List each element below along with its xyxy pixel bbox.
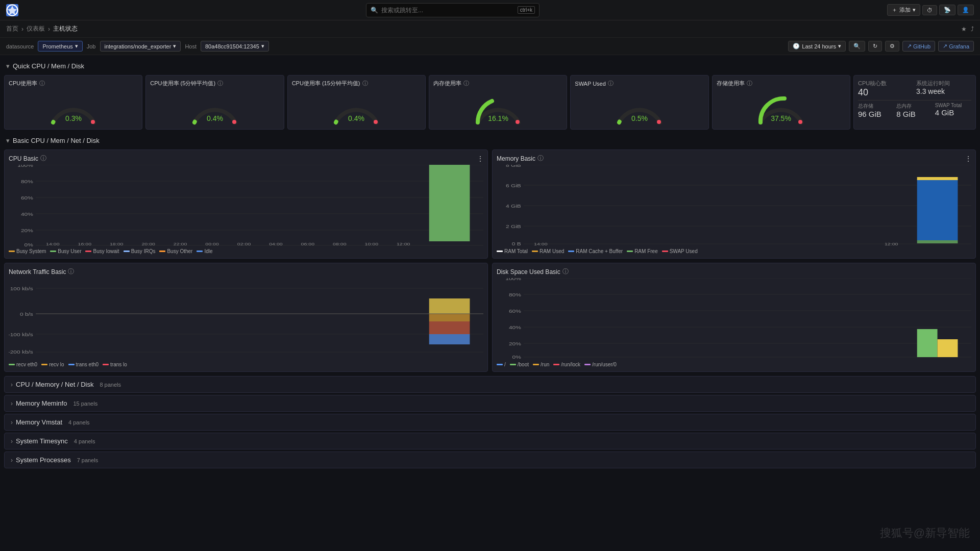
legend-ram-free: RAM Free [627,248,658,254]
dashboard-content: ▾ Quick CPU / Mem / Disk CPU使用率 ⓘ 0.3% C… [0,55,980,545]
disk-chart-legend: / /boot /run /run/lock /run/user/0 [497,362,971,367]
info-icon[interactable]: ⓘ [217,80,223,87]
info-icon[interactable]: ⓘ [747,80,752,87]
star-icon[interactable]: ★ [961,26,967,33]
user-button[interactable]: 👤 [958,5,974,15]
svg-rect-61 [429,298,470,314]
network-traffic-chart: Network Traffic Basic ⓘ 100 kb/s 0 b/s -… [4,263,488,372]
host-filter[interactable]: 80a48cc91504:12345 ▾ [201,41,269,52]
zoom-button[interactable]: 🔍 [849,41,865,52]
filter-bar: datasource Prometheus ▾ Job integrations… [0,38,980,55]
time-range-button[interactable]: 🕐 Last 24 hours ▾ [788,41,846,52]
svg-text:16.1%: 16.1% [488,114,508,122]
svg-rect-51 [917,177,958,180]
refresh-button[interactable]: ↻ [868,41,882,52]
legend-boot: /boot [510,362,529,367]
system-timesync-count: 4 panels [74,438,95,444]
svg-point-9 [657,120,661,124]
svg-text:80%: 80% [509,292,522,297]
breadcrumb-home[interactable]: 首页 [6,24,18,33]
cpu-memory-net-section[interactable]: › CPU / Memory / Net / Disk 8 panels [4,376,976,393]
memory-meminfo-section[interactable]: › Memory Meminfo 15 panels [4,395,976,412]
quick-cpu-section-header[interactable]: ▾ Quick CPU / Mem / Disk [4,59,976,73]
share-icon[interactable]: ⤴ [971,26,974,33]
svg-rect-62 [429,314,470,321]
swap-total-value: 4 GiB [935,108,971,117]
more-icon[interactable]: ⋮ [965,155,971,162]
gauge-swap-title: SWAP Used ⓘ [575,80,704,87]
info-icon[interactable]: ⓘ [562,267,569,276]
gauge-3-container: 16.1% [433,89,562,125]
memory-vmstat-count: 4 panels [68,419,90,425]
memory-chart-legend: RAM Total RAM Used RAM Cache + Buffer RA… [497,248,971,254]
cpu-chart-area: 100% 80% 60% 40% 20% 0% 14:00 16:00 18:0… [9,165,483,246]
uptime-card: 系统运行时间 3.3 week [916,80,971,98]
search-bar[interactable]: 🔍 ctrl+k [366,3,540,17]
datasource-filter[interactable]: Prometheus ▾ [38,41,82,52]
gauge-0-container: 0.3% [9,89,138,125]
info-icon[interactable]: ⓘ [40,154,46,163]
gauge-cpu15-title: CPU使用率 (15分钟平均值) ⓘ [292,80,421,87]
job-filter[interactable]: integrations/node_exporter ▾ [100,41,181,52]
legend-root: / [497,362,506,367]
legend-busy-iowait: Busy Iowait [85,248,119,254]
search-icon: 🔍 [371,7,378,14]
memory-vmstat-section[interactable]: › Memory Vmstat 4 panels [4,414,976,431]
info-icon[interactable]: ⓘ [362,80,368,87]
quick-stats-row: CPU使用率 ⓘ 0.3% CPU使用率 (5分钟平均值) ⓘ [4,75,976,130]
gauge-cpu-5min: CPU使用率 (5分钟平均值) ⓘ 0.4% [145,75,284,130]
svg-text:6 GiB: 6 GiB [506,183,521,188]
github-button[interactable]: ↗ GitHub [902,41,935,52]
gauge-0-svg: 0.3% [45,89,102,125]
total-ram-card: 总内存 8 GiB [896,103,933,118]
total-ram-label: 总内存 [896,103,933,110]
total-storage-card: 总存储 96 GiB [858,103,894,118]
svg-text:0.4%: 0.4% [348,114,364,122]
external-link-icon: ↗ [907,43,912,49]
info-icon[interactable]: ⓘ [537,154,544,163]
legend-recv-lo: recv lo [41,362,64,367]
more-icon[interactable]: ⋮ [477,155,483,162]
svg-text:20%: 20% [509,341,522,346]
network-chart-legend: recv eth0 recv lo trans eth0 trans lo [9,362,483,367]
svg-text:40%: 40% [21,211,34,216]
basic-cpu-title: Basic CPU / Mem / Net / Disk [13,137,100,144]
breadcrumb-dashboards[interactable]: 仪表板 [27,24,45,33]
clock-icon: 🕐 [793,43,800,49]
total-storage-label: 总存储 [858,103,894,110]
gauge-cpu-title: CPU使用率 ⓘ [9,80,138,87]
system-processes-section[interactable]: › System Processes 7 panels [4,452,976,468]
info-icon[interactable]: ⓘ [39,80,45,87]
svg-text:80%: 80% [21,179,34,184]
charts-row-2: Network Traffic Basic ⓘ 100 kb/s 0 b/s -… [4,263,976,372]
memory-meminfo-label: Memory Meminfo [16,399,67,407]
svg-text:0.3%: 0.3% [65,114,82,122]
uptime-value: 3.3 week [916,87,971,95]
info-icon[interactable]: ⓘ [463,80,469,87]
svg-text:0 b/s: 0 b/s [20,311,33,316]
legend-busy-user: Busy User [50,248,81,254]
svg-text:02:00: 02:00 [237,241,251,246]
history-button[interactable]: ⏱ [922,5,937,15]
svg-point-1 [91,120,95,124]
rss-button[interactable]: 📡 [939,5,955,15]
basic-cpu-section-header[interactable]: ▾ Basic CPU / Mem / Net / Disk [4,134,976,147]
info-icon[interactable]: ⓘ [608,80,614,87]
grafana-button[interactable]: ↗ Grafana [938,41,974,52]
gauge-3-svg: 16.1% [470,89,526,125]
legend-busy-system: Busy System [9,248,46,254]
add-button[interactable]: ＋ 添加 ▾ [887,4,920,16]
info-icon[interactable]: ⓘ [68,267,74,276]
top-right-actions: ＋ 添加 ▾ ⏱ 📡 👤 [887,4,974,16]
system-timesync-section[interactable]: › System Timesync 4 panels [4,433,976,449]
gauge-cpu-15min: CPU使用率 (15分钟平均值) ⓘ 0.4% [287,75,426,130]
system-processes-label: System Processes [16,456,71,464]
svg-text:0.4%: 0.4% [207,114,223,122]
search-input[interactable] [381,7,514,14]
legend-recv-eth0: recv eth0 [9,362,37,367]
svg-text:4 GiB: 4 GiB [506,203,521,208]
gauge-1-container: 0.4% [150,89,279,125]
settings-button[interactable]: ⚙ [885,41,899,52]
disk-chart-svg: 100% 80% 60% 40% 20% 0% [497,278,971,360]
expand-chevron-icon: › [11,400,13,407]
